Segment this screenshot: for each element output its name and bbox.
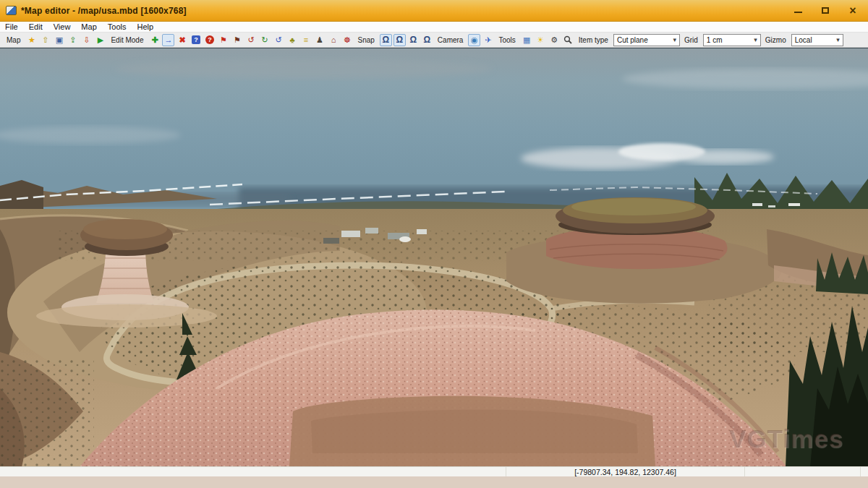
traffic-tool-button[interactable]: ☸ bbox=[341, 34, 353, 46]
delete-x-icon: ✖ bbox=[179, 36, 185, 44]
magnet-icon: Ω bbox=[410, 35, 417, 44]
fly-icon: ✈ bbox=[485, 36, 491, 44]
minimize-button[interactable] bbox=[793, 7, 803, 15]
gear-icon: ⚙ bbox=[550, 36, 558, 44]
window-controls: × bbox=[793, 7, 862, 15]
menu-help[interactable]: Help bbox=[137, 22, 153, 31]
close-icon: × bbox=[849, 7, 856, 14]
close-button[interactable]: × bbox=[848, 7, 858, 15]
menu-edit[interactable]: Edit bbox=[29, 22, 43, 31]
toolbar: Map ★ ⇧ ▣ ⇪ ⇩ ▶ Edit Mode ✚ → ✖ ? ? ⚑ ⚑ … bbox=[0, 33, 868, 48]
save-map-button[interactable]: ▣ bbox=[53, 34, 65, 46]
status-left-pane bbox=[0, 467, 506, 476]
move-arrow-icon: → bbox=[164, 36, 172, 44]
run-icon: ▶ bbox=[98, 36, 103, 44]
grid-label: Grid bbox=[684, 36, 698, 44]
camera-fly-button[interactable]: ✈ bbox=[482, 34, 494, 46]
snap-toggle-2-button[interactable]: Ω bbox=[393, 34, 406, 46]
flag-tool-button[interactable]: ⚑ bbox=[217, 34, 229, 46]
camera-orbit-button[interactable]: ◉ bbox=[468, 34, 480, 46]
help-icon: ? bbox=[205, 35, 214, 44]
move-mode-button[interactable]: → bbox=[162, 34, 174, 46]
snap-group-label: Snap bbox=[357, 36, 374, 44]
maximize-icon bbox=[822, 7, 829, 14]
rotate-x-button[interactable]: ↺ bbox=[244, 34, 257, 46]
add-item-button[interactable]: ✚ bbox=[148, 34, 161, 46]
menu-view[interactable]: View bbox=[54, 22, 71, 31]
search-tool-button[interactable] bbox=[562, 34, 574, 46]
menu-map[interactable]: Map bbox=[81, 22, 96, 31]
app-icon bbox=[6, 6, 17, 15]
open-map-button[interactable]: ⇧ bbox=[39, 34, 51, 46]
plus-icon: ✚ bbox=[151, 36, 158, 44]
rotate-cw-icon: ↻ bbox=[261, 36, 268, 44]
desktop-strip bbox=[0, 476, 868, 488]
compass-icon: ◉ bbox=[471, 36, 478, 44]
title-bar: *Map editor - /map/usa.mbd [1600x768] × bbox=[0, 0, 868, 22]
map-editor-window: *Map editor - /map/usa.mbd [1600x768] × … bbox=[0, 0, 868, 488]
export-button[interactable]: ⇩ bbox=[80, 34, 93, 46]
edit-mode-label: Edit Mode bbox=[111, 36, 143, 44]
star-icon: ★ bbox=[28, 36, 35, 44]
chevron-down-icon: ▾ bbox=[673, 36, 676, 43]
status-coordinates: [-79807.34, 194.82, 12307.46] bbox=[506, 467, 745, 476]
building-icon: ⌂ bbox=[331, 36, 336, 44]
grid-value: 1 cm bbox=[707, 36, 723, 44]
info-icon: ? bbox=[192, 35, 200, 44]
magnet-icon: Ω bbox=[424, 35, 431, 44]
gizmo-select[interactable]: Local ▾ bbox=[791, 34, 843, 46]
item-type-label: Item type bbox=[579, 36, 608, 44]
tiles-tool-button[interactable]: ▦ bbox=[521, 34, 533, 46]
rotate-y-button[interactable]: ↻ bbox=[258, 34, 271, 46]
menu-tools[interactable]: Tools bbox=[108, 22, 127, 31]
person-icon: ♟ bbox=[316, 36, 323, 44]
status-right-pane bbox=[745, 467, 861, 476]
lighting-tool-button[interactable]: ☀ bbox=[535, 34, 547, 46]
minimize-icon bbox=[794, 8, 802, 13]
map-group-label: Map bbox=[7, 36, 20, 44]
pedestrian-tool-button[interactable]: ♟ bbox=[313, 34, 326, 46]
menu-file[interactable]: File bbox=[5, 22, 18, 31]
sign-tool-button[interactable]: ⚑ bbox=[231, 34, 243, 46]
magnet-icon: Ω bbox=[396, 35, 404, 44]
settings-tool-button[interactable]: ⚙ bbox=[548, 34, 561, 46]
snap-toggle-1-button[interactable]: Ω bbox=[380, 34, 392, 46]
tiles-icon: ▦ bbox=[523, 36, 530, 44]
fence-tool-button[interactable]: ≡ bbox=[299, 34, 312, 46]
vegetation-tool-button[interactable]: ♣ bbox=[286, 34, 298, 46]
watermark: VGTimes bbox=[729, 424, 843, 453]
gizmo-value: Local bbox=[795, 36, 812, 44]
new-map-button[interactable]: ★ bbox=[25, 34, 38, 46]
item-type-select[interactable]: Cut plane ▾ bbox=[613, 34, 680, 46]
tools-group-label: Tools bbox=[498, 36, 515, 44]
run-button[interactable]: ▶ bbox=[94, 34, 106, 46]
fence-icon: ≡ bbox=[304, 36, 308, 44]
building-tool-button[interactable]: ⌂ bbox=[327, 34, 339, 46]
snap-toggle-4-button[interactable]: Ω bbox=[421, 34, 433, 46]
export-icon: ⇩ bbox=[83, 36, 90, 44]
window-title: *Map editor - /map/usa.mbd [1600x768] bbox=[21, 6, 187, 16]
snap-toggle-3-button[interactable]: Ω bbox=[407, 34, 420, 46]
rotate-z-button[interactable]: ↺ bbox=[272, 34, 284, 46]
grid-select[interactable]: 1 cm ▾ bbox=[703, 34, 761, 46]
rotate-ccw-icon: ↺ bbox=[247, 36, 254, 44]
menu-bar: File Edit View Map Tools Help bbox=[0, 22, 868, 33]
item-type-value: Cut plane bbox=[617, 36, 648, 44]
maximize-button[interactable] bbox=[820, 7, 830, 15]
save-icon: ▣ bbox=[56, 36, 63, 44]
item-properties-button[interactable]: ? bbox=[190, 34, 202, 46]
status-bar: [-79807.34, 194.82, 12307.46] bbox=[0, 466, 868, 476]
import-button[interactable]: ⇪ bbox=[67, 34, 79, 46]
help-button[interactable]: ? bbox=[203, 34, 216, 46]
magnifier-icon bbox=[563, 35, 572, 44]
delete-button[interactable]: ✖ bbox=[176, 34, 188, 46]
scene-render bbox=[0, 48, 868, 466]
chevron-down-icon: ▾ bbox=[754, 36, 757, 43]
sign-icon: ⚑ bbox=[234, 36, 241, 44]
flag-icon: ⚑ bbox=[220, 36, 227, 44]
sun-icon: ☀ bbox=[537, 36, 544, 44]
viewport-3d[interactable]: VGTimes bbox=[0, 48, 868, 466]
chevron-down-icon: ▾ bbox=[836, 36, 840, 43]
gizmo-label: Gizmo bbox=[765, 36, 786, 44]
tree-icon: ♣ bbox=[289, 36, 294, 44]
